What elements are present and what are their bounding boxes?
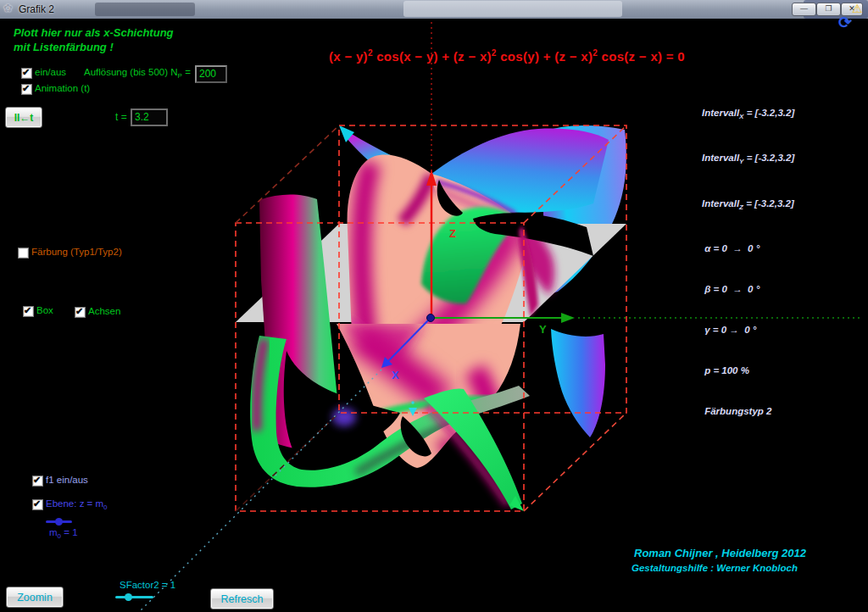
animation-checkbox[interactable] xyxy=(21,84,32,95)
param-line: IntervallY = [-3.2,3.2] xyxy=(702,151,794,169)
f1-label: f1 ein/aus xyxy=(46,475,88,485)
faerbung-checkbox[interactable] xyxy=(18,248,29,259)
formula: (x − y)2 cos(x − y) + (z − x)2 cos(y) + … xyxy=(329,48,753,64)
einaus-checkbox[interactable] xyxy=(21,68,32,79)
achsen-checkbox[interactable] xyxy=(75,307,86,318)
pause-t-button[interactable]: II←t xyxy=(5,107,42,128)
y-axis-arrowhead xyxy=(561,313,575,323)
sfactor-slider[interactable] xyxy=(115,596,153,598)
warning-icon: ⚠ xyxy=(852,2,863,15)
z-axis-label: Z xyxy=(449,227,456,240)
origin-point[interactable] xyxy=(427,314,435,322)
t-marker-dot xyxy=(411,401,414,403)
minimize-button[interactable]: — xyxy=(792,3,816,16)
box-label: Box xyxy=(36,305,53,315)
credits-line2: Gestaltungshilfe : Werner Knobloch xyxy=(632,563,798,573)
restore-button[interactable]: ❐ xyxy=(816,3,841,16)
params-block: IntervallX = [-3.2,3.2] IntervallY = [-3… xyxy=(702,79,794,445)
param-line: β = 0 → 0 ° xyxy=(702,282,794,296)
m0-slider-label: m0 = 1 xyxy=(49,527,78,540)
t-input[interactable]: 3.2 xyxy=(131,108,168,126)
sfactor-slider-handle[interactable] xyxy=(125,593,132,601)
box-checkbox[interactable] xyxy=(23,306,34,317)
zoomin-button[interactable]: Zoomin xyxy=(6,587,64,608)
m0-slider-handle[interactable] xyxy=(55,518,63,526)
resolution-input[interactable]: 200 xyxy=(195,65,227,83)
t-label: t = xyxy=(115,111,127,123)
purple-patch xyxy=(332,408,356,426)
background-window-tab xyxy=(403,1,622,17)
resolution-label: Auflösung (bis 500) NP = xyxy=(84,67,191,80)
param-line: IntervallX = [-3.2,3.2] xyxy=(702,106,794,124)
refresch-button[interactable]: Refresch xyxy=(210,588,274,609)
achsen-label: Achsen xyxy=(88,306,120,316)
param-line: α = 0 → 0 ° xyxy=(702,242,794,255)
background-window-tab xyxy=(95,3,195,16)
note-line1: Plott hier nur als x-Schichtung xyxy=(14,26,174,39)
credits-line1: Roman Chijner , Heidelberg 2012 xyxy=(634,547,806,559)
ebene-label: Ebene: z = m0 xyxy=(46,498,108,511)
note-line2: mit Listenfärbung ! xyxy=(14,41,114,53)
titlebar: ✿ Grafik 2 — ❐ ✕ ⚠ xyxy=(0,0,868,19)
ebene-checkbox[interactable] xyxy=(32,499,43,510)
param-line: γ = 0 → 0 ° xyxy=(702,323,794,337)
sfactor-slider-label: SFactor2 = 1 xyxy=(120,580,175,590)
einaus-label: ein/aus xyxy=(35,67,66,77)
window-title: Grafik 2 xyxy=(19,3,54,15)
param-line: IntervallZ = [-3.2,3.2] xyxy=(702,197,794,214)
x-axis-label: X xyxy=(392,369,399,381)
param-line: Färbungstyp 2 xyxy=(702,404,794,418)
app-icon: ✿ xyxy=(3,2,13,14)
param-line: p = 100 % xyxy=(702,364,794,377)
app-window: X Y Z ✿ Grafik 2 — ❐ ✕ ⚠ ⟳ Plott hier nu… xyxy=(0,0,868,612)
faerbung-label: Färbung (Typ1/Typ2) xyxy=(31,247,122,257)
animation-label: Animation (t) xyxy=(35,83,90,93)
refresh-icon[interactable]: ⟳ xyxy=(838,13,852,32)
y-axis-label: Y xyxy=(539,323,547,336)
f1-checkbox[interactable] xyxy=(32,476,43,487)
